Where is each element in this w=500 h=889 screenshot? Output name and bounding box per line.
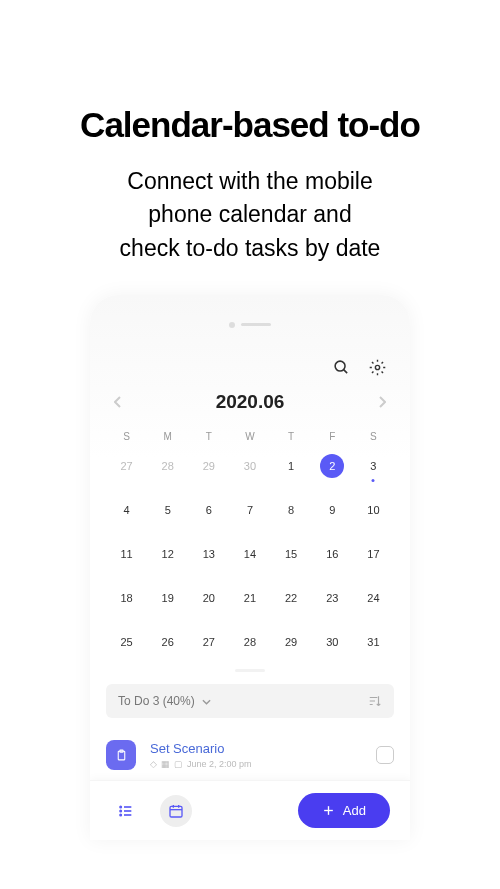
phone-frame: 2020.06 SMTWTFS 272829301234567891011121…	[90, 295, 410, 840]
next-month-button[interactable]	[378, 396, 386, 408]
calendar-day[interactable]: 5	[147, 498, 188, 522]
calendar-day[interactable]: 2	[320, 454, 344, 478]
calendar-day[interactable]: 28	[229, 630, 270, 654]
add-button-label: Add	[343, 803, 366, 818]
calendar-day[interactable]: 26	[147, 630, 188, 654]
calendar-day[interactable]: 30	[229, 454, 270, 478]
svg-point-10	[120, 810, 121, 811]
add-button[interactable]: Add	[298, 793, 390, 828]
calendar-day[interactable]: 6	[188, 498, 229, 522]
calendar-day[interactable]: 27	[106, 454, 147, 478]
calendar-day[interactable]: 28	[147, 454, 188, 478]
calendar-grid: 2728293012345678910111213141516171819202…	[106, 454, 394, 654]
calendar-day[interactable]: 31	[353, 630, 394, 654]
calendar-day[interactable]: 19	[147, 586, 188, 610]
clipboard-icon	[106, 740, 136, 770]
weekday-label: T	[188, 431, 229, 442]
bottom-bar: Add	[90, 780, 410, 840]
plus-icon	[322, 804, 335, 817]
calendar-day[interactable]: 11	[106, 542, 147, 566]
weekday-label: S	[353, 431, 394, 442]
svg-line-1	[343, 369, 347, 373]
calendar-day[interactable]: 12	[147, 542, 188, 566]
month-label[interactable]: 2020.06	[216, 391, 285, 413]
weekday-label: F	[312, 431, 353, 442]
chevron-down-icon	[202, 699, 211, 705]
hero-title: Calendar-based to-do	[0, 105, 500, 145]
prev-month-button[interactable]	[114, 396, 122, 408]
calendar-collapse-handle[interactable]	[235, 669, 265, 672]
calendar-day[interactable]: 8	[271, 498, 312, 522]
todo-filter-dropdown[interactable]: To Do 3 (40%)	[106, 684, 394, 718]
weekday-row: SMTWTFS	[106, 431, 394, 442]
calendar-day[interactable]: 15	[271, 542, 312, 566]
calendar-day[interactable]: 3	[353, 454, 394, 478]
svg-rect-12	[170, 806, 182, 817]
svg-point-11	[120, 814, 121, 815]
list-view-button[interactable]	[110, 795, 142, 827]
weekday-label: S	[106, 431, 147, 442]
calendar-day[interactable]: 10	[353, 498, 394, 522]
calendar-day[interactable]: 18	[106, 586, 147, 610]
settings-icon[interactable]	[368, 358, 386, 376]
weekday-label: M	[147, 431, 188, 442]
calendar-day[interactable]: 25	[106, 630, 147, 654]
svg-point-0	[335, 361, 345, 371]
calendar-day[interactable]: 14	[229, 542, 270, 566]
calendar-day[interactable]: 1	[271, 454, 312, 478]
weekday-label: W	[229, 431, 270, 442]
svg-point-9	[120, 806, 121, 807]
svg-point-2	[375, 365, 379, 369]
calendar-day[interactable]: 7	[229, 498, 270, 522]
calendar-day[interactable]: 21	[229, 586, 270, 610]
task-title: Set Scenario	[150, 741, 362, 756]
calendar-day[interactable]: 29	[188, 454, 229, 478]
calendar-day[interactable]: 30	[312, 630, 353, 654]
calendar-day[interactable]: 17	[353, 542, 394, 566]
calendar-day[interactable]: 23	[312, 586, 353, 610]
sort-icon[interactable]	[368, 694, 382, 708]
task-checkbox[interactable]	[376, 746, 394, 764]
calendar-day[interactable]: 13	[188, 542, 229, 566]
calendar-day[interactable]: 4	[106, 498, 147, 522]
hero-subtitle: Connect with the mobile phone calendar a…	[0, 165, 500, 265]
calendar-view-button[interactable]	[160, 795, 192, 827]
task-meta: ◇▦▢ June 2, 2:00 pm	[150, 759, 362, 769]
calendar-day[interactable]: 20	[188, 586, 229, 610]
search-icon[interactable]	[332, 358, 350, 376]
calendar-day[interactable]: 27	[188, 630, 229, 654]
calendar-day[interactable]: 9	[312, 498, 353, 522]
drag-handle	[106, 315, 394, 333]
calendar-day[interactable]: 24	[353, 586, 394, 610]
weekday-label: T	[271, 431, 312, 442]
todo-summary-label: To Do 3 (40%)	[118, 694, 195, 708]
calendar-day[interactable]: 22	[271, 586, 312, 610]
calendar-day[interactable]: 16	[312, 542, 353, 566]
calendar-day[interactable]: 29	[271, 630, 312, 654]
